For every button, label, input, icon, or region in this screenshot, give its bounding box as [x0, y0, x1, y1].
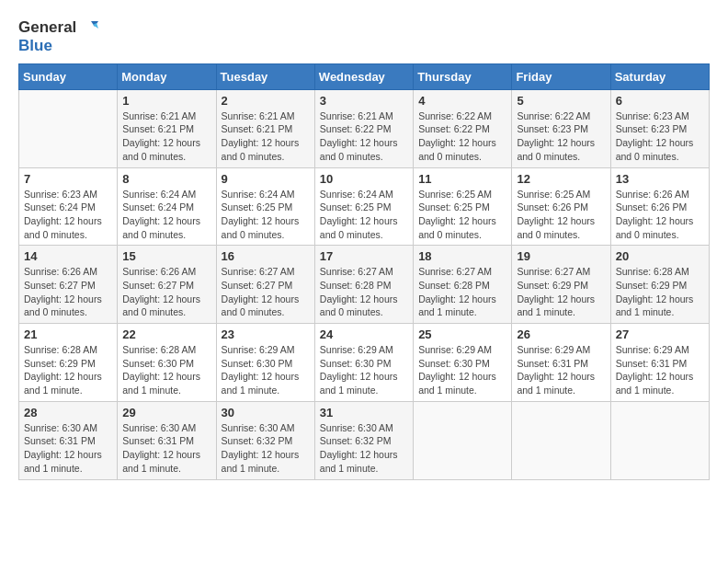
day-info: Sunrise: 6:26 AM Sunset: 6:27 PM Dayligh…: [24, 265, 112, 319]
calendar-week-4: 21Sunrise: 6:28 AM Sunset: 6:29 PM Dayli…: [19, 324, 710, 402]
day-number: 17: [320, 249, 408, 263]
day-info: Sunrise: 6:29 AM Sunset: 6:31 PM Dayligh…: [517, 343, 605, 397]
calendar-cell: 26Sunrise: 6:29 AM Sunset: 6:31 PM Dayli…: [512, 324, 610, 402]
calendar-week-3: 14Sunrise: 6:26 AM Sunset: 6:27 PM Dayli…: [19, 246, 710, 324]
calendar-cell: [414, 401, 512, 479]
calendar-cell: 15Sunrise: 6:26 AM Sunset: 6:27 PM Dayli…: [118, 246, 216, 324]
day-info: Sunrise: 6:27 AM Sunset: 6:28 PM Dayligh…: [418, 265, 506, 319]
day-number: 16: [222, 249, 310, 263]
day-header-saturday: Saturday: [610, 63, 709, 89]
day-number: 1: [122, 94, 210, 108]
calendar-cell: [610, 401, 709, 479]
day-info: Sunrise: 6:28 AM Sunset: 6:29 PM Dayligh…: [616, 265, 704, 319]
day-number: 23: [222, 327, 310, 341]
logo-general: General: [18, 18, 76, 37]
calendar-cell: 22Sunrise: 6:28 AM Sunset: 6:30 PM Dayli…: [118, 324, 216, 402]
day-info: Sunrise: 6:27 AM Sunset: 6:28 PM Dayligh…: [320, 265, 408, 319]
day-info: Sunrise: 6:30 AM Sunset: 6:31 PM Dayligh…: [24, 421, 112, 476]
calendar-cell: 13Sunrise: 6:26 AM Sunset: 6:26 PM Dayli…: [610, 167, 709, 246]
day-info: Sunrise: 6:29 AM Sunset: 6:30 PM Dayligh…: [320, 343, 408, 397]
day-info: Sunrise: 6:27 AM Sunset: 6:27 PM Dayligh…: [222, 265, 310, 319]
day-header-friday: Friday: [512, 63, 610, 89]
day-number: 29: [122, 406, 210, 419]
calendar-cell: 31Sunrise: 6:30 AM Sunset: 6:32 PM Dayli…: [314, 401, 413, 479]
day-number: 7: [24, 172, 112, 186]
day-info: Sunrise: 6:25 AM Sunset: 6:26 PM Dayligh…: [517, 188, 605, 242]
day-info: Sunrise: 6:29 AM Sunset: 6:31 PM Dayligh…: [616, 343, 704, 397]
calendar-cell: 2Sunrise: 6:21 AM Sunset: 6:21 PM Daylig…: [216, 89, 314, 167]
day-number: 20: [616, 249, 704, 263]
day-number: 14: [24, 249, 112, 263]
day-info: Sunrise: 6:30 AM Sunset: 6:32 PM Dayligh…: [222, 421, 310, 476]
day-info: Sunrise: 6:29 AM Sunset: 6:30 PM Dayligh…: [222, 343, 310, 397]
calendar-week-5: 28Sunrise: 6:30 AM Sunset: 6:31 PM Dayli…: [19, 401, 710, 479]
calendar-cell: 20Sunrise: 6:28 AM Sunset: 6:29 PM Dayli…: [610, 246, 709, 324]
day-info: Sunrise: 6:27 AM Sunset: 6:29 PM Dayligh…: [517, 265, 605, 319]
day-number: 21: [24, 327, 112, 341]
day-info: Sunrise: 6:25 AM Sunset: 6:25 PM Dayligh…: [418, 188, 506, 242]
day-info: Sunrise: 6:28 AM Sunset: 6:30 PM Dayligh…: [122, 343, 210, 397]
day-number: 24: [320, 327, 408, 341]
day-number: 27: [616, 327, 704, 341]
calendar-cell: [512, 401, 610, 479]
day-number: 22: [122, 327, 210, 341]
logo: General Blue: [18, 18, 98, 56]
calendar-cell: 4Sunrise: 6:22 AM Sunset: 6:22 PM Daylig…: [414, 89, 512, 167]
day-number: 25: [418, 327, 506, 341]
day-number: 2: [222, 94, 310, 108]
calendar-header-row: SundayMondayTuesdayWednesdayThursdayFrid…: [19, 63, 710, 89]
day-number: 3: [320, 94, 408, 108]
day-info: Sunrise: 6:23 AM Sunset: 6:23 PM Dayligh…: [616, 109, 704, 164]
logo-blue: Blue: [18, 37, 52, 55]
day-header-thursday: Thursday: [414, 63, 512, 89]
day-number: 6: [616, 94, 704, 108]
calendar-cell: 1Sunrise: 6:21 AM Sunset: 6:21 PM Daylig…: [118, 89, 216, 167]
calendar-cell: 30Sunrise: 6:30 AM Sunset: 6:32 PM Dayli…: [216, 401, 314, 479]
calendar-cell: 9Sunrise: 6:24 AM Sunset: 6:25 PM Daylig…: [216, 167, 314, 246]
day-number: 18: [418, 249, 506, 263]
day-number: 5: [517, 94, 605, 108]
day-number: 31: [320, 406, 408, 419]
calendar-cell: 16Sunrise: 6:27 AM Sunset: 6:27 PM Dayli…: [216, 246, 314, 324]
day-number: 4: [418, 94, 506, 108]
calendar-cell: 21Sunrise: 6:28 AM Sunset: 6:29 PM Dayli…: [19, 324, 118, 402]
day-info: Sunrise: 6:21 AM Sunset: 6:22 PM Dayligh…: [320, 109, 408, 164]
day-header-tuesday: Tuesday: [216, 63, 314, 89]
calendar-cell: 3Sunrise: 6:21 AM Sunset: 6:22 PM Daylig…: [314, 89, 413, 167]
day-header-monday: Monday: [118, 63, 216, 89]
day-info: Sunrise: 6:28 AM Sunset: 6:29 PM Dayligh…: [24, 343, 112, 397]
calendar-cell: 17Sunrise: 6:27 AM Sunset: 6:28 PM Dayli…: [314, 246, 413, 324]
calendar-cell: 24Sunrise: 6:29 AM Sunset: 6:30 PM Dayli…: [314, 324, 413, 402]
day-info: Sunrise: 6:23 AM Sunset: 6:24 PM Dayligh…: [24, 188, 112, 242]
day-info: Sunrise: 6:30 AM Sunset: 6:32 PM Dayligh…: [320, 421, 408, 476]
calendar-cell: 28Sunrise: 6:30 AM Sunset: 6:31 PM Dayli…: [19, 401, 118, 479]
day-number: 26: [517, 327, 605, 341]
day-info: Sunrise: 6:21 AM Sunset: 6:21 PM Dayligh…: [222, 109, 310, 164]
day-number: 19: [517, 249, 605, 263]
day-info: Sunrise: 6:26 AM Sunset: 6:27 PM Dayligh…: [122, 265, 210, 319]
calendar-cell: 7Sunrise: 6:23 AM Sunset: 6:24 PM Daylig…: [19, 167, 118, 246]
calendar-cell: 6Sunrise: 6:23 AM Sunset: 6:23 PM Daylig…: [610, 89, 709, 167]
calendar-week-2: 7Sunrise: 6:23 AM Sunset: 6:24 PM Daylig…: [19, 167, 710, 246]
day-number: 30: [222, 406, 310, 419]
day-info: Sunrise: 6:24 AM Sunset: 6:24 PM Dayligh…: [122, 188, 210, 242]
day-info: Sunrise: 6:21 AM Sunset: 6:21 PM Dayligh…: [122, 109, 210, 164]
calendar-cell: 19Sunrise: 6:27 AM Sunset: 6:29 PM Dayli…: [512, 246, 610, 324]
calendar-cell: 12Sunrise: 6:25 AM Sunset: 6:26 PM Dayli…: [512, 167, 610, 246]
calendar-table: SundayMondayTuesdayWednesdayThursdayFrid…: [18, 63, 710, 480]
calendar-cell: 11Sunrise: 6:25 AM Sunset: 6:25 PM Dayli…: [414, 167, 512, 246]
calendar-week-1: 1Sunrise: 6:21 AM Sunset: 6:21 PM Daylig…: [19, 89, 710, 167]
day-number: 11: [418, 172, 506, 186]
day-info: Sunrise: 6:29 AM Sunset: 6:30 PM Dayligh…: [418, 343, 506, 397]
day-info: Sunrise: 6:22 AM Sunset: 6:23 PM Dayligh…: [517, 109, 605, 164]
day-number: 28: [24, 406, 112, 419]
day-number: 12: [517, 172, 605, 186]
calendar-cell: 14Sunrise: 6:26 AM Sunset: 6:27 PM Dayli…: [19, 246, 118, 324]
day-header-wednesday: Wednesday: [314, 63, 413, 89]
day-number: 8: [122, 172, 210, 186]
day-number: 9: [222, 172, 310, 186]
calendar-cell: 29Sunrise: 6:30 AM Sunset: 6:31 PM Dayli…: [118, 401, 216, 479]
calendar-cell: 27Sunrise: 6:29 AM Sunset: 6:31 PM Dayli…: [610, 324, 709, 402]
day-info: Sunrise: 6:24 AM Sunset: 6:25 PM Dayligh…: [320, 188, 408, 242]
day-number: 10: [320, 172, 408, 186]
